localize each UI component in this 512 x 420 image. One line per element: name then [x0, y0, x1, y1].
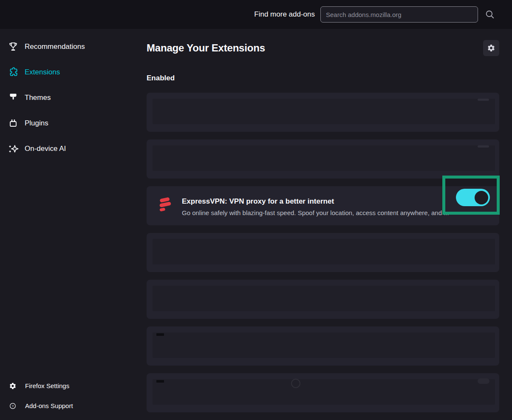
extension-description: Go online safely with blazing-fast speed… — [182, 209, 475, 217]
extension-card-placeholder[interactable] — [147, 373, 499, 412]
sidebar-item-addons-support[interactable]: ? Add-ons Support — [0, 396, 147, 416]
redacted-content — [153, 239, 495, 264]
redacted-content — [153, 379, 495, 405]
gear-icon — [9, 382, 17, 390]
main-header: Manage Your Extensions — [147, 40, 499, 56]
sidebar-item-label: On-device AI — [25, 145, 66, 153]
extension-info: ExpressVPN: VPN proxy for a better inter… — [182, 197, 436, 217]
redacted-toggle-hint — [478, 378, 489, 384]
gear-icon — [487, 44, 495, 52]
redacted-toggle-hint — [478, 145, 489, 148]
puzzle-icon — [8, 67, 19, 78]
sidebar-footer-label: Add-ons Support — [25, 402, 73, 409]
redacted-icon-hint — [156, 333, 164, 336]
question-circle-icon: ? — [9, 402, 17, 410]
expressvpn-logo-icon — [156, 195, 174, 214]
sidebar-item-themes[interactable]: Themes — [0, 85, 147, 111]
extension-card-placeholder[interactable] — [147, 139, 499, 179]
main-content: Manage Your Extensions Enabled — [147, 29, 499, 420]
sidebar-item-label: Plugins — [25, 119, 48, 128]
redacted-content — [153, 286, 495, 311]
sidebar-item-on-device-ai[interactable]: On-device AI — [0, 136, 147, 162]
find-more-addons-label: Find more add-ons — [254, 10, 315, 19]
extensions-settings-button[interactable] — [483, 40, 499, 56]
search-input[interactable] — [320, 6, 478, 23]
redacted-toggle-hint — [478, 99, 489, 101]
redacted-content — [153, 332, 495, 358]
paintbrush-icon — [8, 92, 19, 103]
enabled-section-label: Enabled — [147, 74, 499, 83]
search-icon — [484, 9, 495, 20]
redacted-circle-hint — [291, 379, 300, 388]
extension-card-placeholder[interactable] — [147, 326, 499, 366]
sidebar-footer: Firefox Settings ? Add-ons Support — [0, 376, 147, 420]
extension-card-placeholder[interactable] — [147, 280, 499, 319]
sidebar-item-label: Themes — [25, 94, 51, 102]
sidebar: Recommendations Extensions Themes — [0, 29, 147, 420]
sidebar-item-label: Recommendations — [25, 43, 85, 51]
sparkle-icon — [8, 143, 19, 154]
sidebar-nav: Recommendations Extensions Themes — [0, 34, 147, 162]
redacted-icon-hint — [156, 380, 164, 383]
page-title: Manage Your Extensions — [147, 42, 265, 54]
sidebar-item-firefox-settings[interactable]: Firefox Settings — [0, 376, 147, 396]
redacted-content — [153, 145, 495, 171]
svg-text:?: ? — [12, 404, 14, 408]
sidebar-footer-label: Firefox Settings — [25, 382, 69, 389]
extension-name[interactable]: ExpressVPN: VPN proxy for a better inter… — [182, 197, 436, 206]
toggle-knob — [475, 191, 488, 204]
search-button[interactable] — [484, 8, 496, 21]
extension-card-placeholder[interactable] — [147, 93, 499, 132]
extension-enable-toggle[interactable] — [456, 189, 490, 206]
extension-card-list: ExpressVPN: VPN proxy for a better inter… — [147, 93, 499, 412]
redacted-content — [153, 99, 495, 124]
extension-card-placeholder[interactable] — [147, 233, 499, 272]
topbar: Find more add-ons — [0, 0, 512, 29]
sidebar-item-recommendations[interactable]: Recommendations — [0, 34, 147, 60]
sidebar-item-extensions[interactable]: Extensions — [0, 60, 147, 85]
sidebar-item-plugins[interactable]: Plugins — [0, 111, 147, 136]
plug-icon — [8, 118, 19, 129]
trophy-icon — [8, 41, 19, 52]
sidebar-item-label: Extensions — [25, 68, 60, 77]
extension-card-expressvpn[interactable]: ExpressVPN: VPN proxy for a better inter… — [147, 186, 499, 225]
